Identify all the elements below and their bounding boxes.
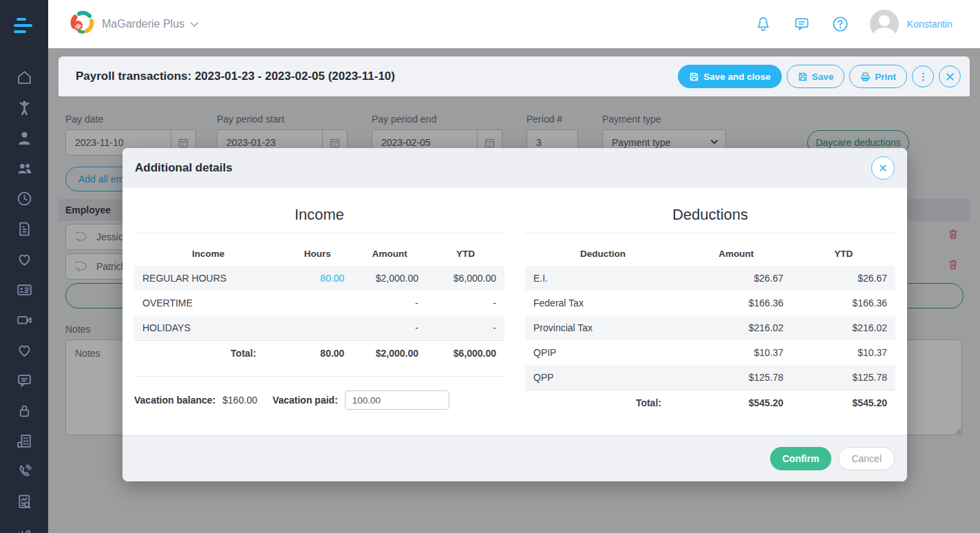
- vacation-paid-input[interactable]: [345, 390, 449, 410]
- vacation-balance-label: Vacation balance:: [134, 395, 215, 406]
- chevron-down-icon: [190, 18, 199, 30]
- deduction-row: QPIP $10.37 $10.37: [525, 340, 895, 365]
- phone-icon[interactable]: [16, 463, 33, 480]
- invoice-icon[interactable]: [16, 220, 33, 238]
- close-icon: [945, 72, 955, 82]
- save-icon: [798, 72, 808, 82]
- reports-icon[interactable]: [16, 493, 33, 510]
- close-icon: [879, 164, 887, 172]
- id-card-icon[interactable]: [16, 281, 33, 298]
- modal-header: Additional details: [122, 148, 907, 188]
- content-area: Pay date Pay period start Pay period end…: [48, 48, 980, 533]
- video-camera-icon[interactable]: [16, 311, 33, 328]
- brand-logo-icon: [69, 9, 96, 39]
- save-icon: [689, 72, 699, 82]
- ytd-col-header: YTD: [791, 242, 895, 266]
- menu-icon[interactable]: [14, 18, 34, 33]
- income-table: Income Hours Amount YTD REGULAR HOURS 80…: [134, 242, 504, 366]
- top-header: MaGarderie Plus Konstantin: [48, 0, 980, 48]
- deductions-title: Deductions: [525, 206, 895, 233]
- messages-icon[interactable]: [16, 372, 33, 389]
- child-icon[interactable]: [16, 99, 33, 116]
- deductions-total-row: Total: $545.20 $545.20: [525, 390, 895, 416]
- modal-footer: Confirm Cancel: [122, 435, 907, 481]
- deduction-row: Provincial Tax $216.02 $216.02: [525, 315, 895, 340]
- close-payroll-button[interactable]: [939, 65, 961, 87]
- print-icon: [860, 72, 871, 82]
- help-icon[interactable]: [831, 15, 849, 33]
- income-total-row: Total: 80.00 $2,000.00 $6,000.00: [134, 341, 504, 366]
- brand-menu[interactable]: MaGarderie Plus: [69, 9, 199, 39]
- clock-icon[interactable]: [16, 190, 33, 207]
- feedback-chat-icon[interactable]: [793, 15, 811, 33]
- user-name: Konstantin: [907, 19, 952, 30]
- deduction-col-header: Deduction: [525, 242, 681, 266]
- brand-name: MaGarderie Plus: [102, 18, 184, 30]
- amount-col-header: Amount: [681, 242, 791, 266]
- deductions-section: Deductions Deduction Amount YTD: [525, 188, 895, 435]
- employee-icon[interactable]: [16, 129, 33, 147]
- group-icon[interactable]: [16, 160, 33, 177]
- income-row: OVERTIME - -: [134, 291, 504, 315]
- modal-close-button[interactable]: [871, 156, 895, 180]
- divider: [134, 376, 504, 377]
- confirm-button[interactable]: Confirm: [770, 447, 832, 470]
- heart-icon[interactable]: [16, 251, 33, 268]
- deductions-table: Deduction Amount YTD E.I. $26.67 $26.67: [525, 242, 895, 415]
- app-window: MaGarderie Plus Konstantin Pay date Pay …: [0, 0, 980, 533]
- income-row: REGULAR HOURS 80.00 $2,000.00 $6,000.00: [134, 266, 504, 291]
- deduction-row: QPP $125.78 $125.78: [525, 365, 895, 390]
- additional-details-modal: Additional details Income Income Hours: [122, 148, 907, 481]
- hours-link[interactable]: 80.00: [320, 273, 344, 284]
- sidebar: [0, 0, 48, 533]
- hours-col-header: Hours: [282, 242, 352, 266]
- save-button[interactable]: Save: [787, 65, 845, 88]
- heart-icon[interactable]: [16, 342, 33, 359]
- page-title: Payroll transactions: 2023-01-23 - 2023-…: [76, 70, 395, 83]
- vacation-paid-label: Vacation paid:: [273, 395, 338, 406]
- income-section: Income Income Hours Amount YTD: [134, 188, 504, 435]
- user-avatar: [870, 10, 899, 39]
- home-icon[interactable]: [16, 69, 33, 86]
- payroll-titlebar: Payroll transactions: 2023-01-23 - 2023-…: [58, 56, 970, 96]
- kebab-menu-icon: [918, 72, 928, 82]
- deduction-row: Federal Tax $166.36 $166.36: [525, 291, 895, 315]
- income-title: Income: [134, 206, 504, 233]
- modal-title: Additional details: [135, 161, 233, 175]
- ytd-col-header: YTD: [427, 242, 504, 266]
- lock-icon[interactable]: [16, 402, 33, 419]
- cancel-button[interactable]: Cancel: [838, 447, 895, 470]
- save-and-close-button[interactable]: Save and close: [678, 65, 782, 88]
- user-menu[interactable]: Konstantin: [870, 10, 952, 39]
- organization-icon[interactable]: [16, 432, 33, 450]
- amount-col-header: Amount: [352, 242, 427, 266]
- notifications-bell-icon[interactable]: [754, 15, 772, 33]
- print-button[interactable]: Print: [849, 65, 907, 88]
- vacation-row: Vacation balance: $160.00 Vacation paid:: [134, 390, 504, 410]
- settings-gears-icon[interactable]: [16, 527, 33, 533]
- income-col-header: Income: [134, 242, 282, 266]
- vacation-balance-value: $160.00: [222, 395, 257, 406]
- deduction-row: E.I. $26.67 $26.67: [525, 266, 895, 291]
- income-row: HOLIDAYS - -: [134, 315, 504, 341]
- more-options-button[interactable]: [912, 65, 934, 87]
